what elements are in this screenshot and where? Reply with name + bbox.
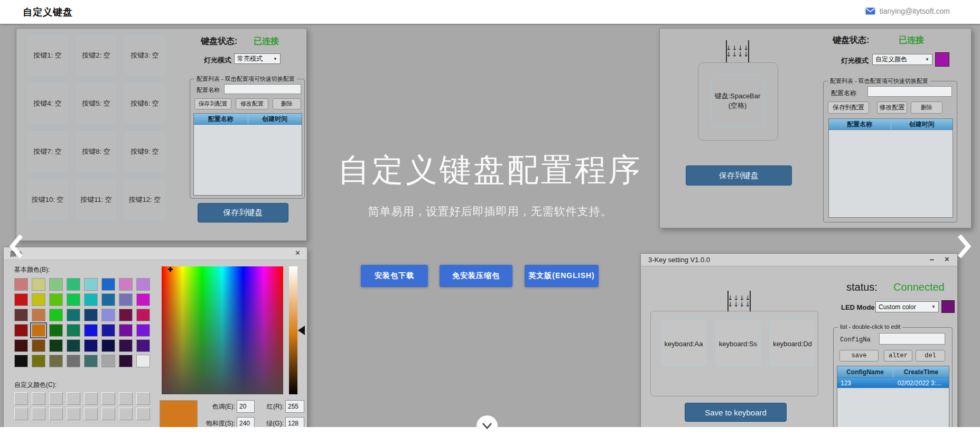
page: 自定义键盘 tianying@itytsoft.com 按键1: 空按键2: 空… (0, 0, 980, 435)
cable-arrows-icon: ↓↓↓↓ ↓↓↓↓ (726, 40, 749, 62)
color-swatch (84, 293, 98, 306)
color-swatch (32, 324, 45, 337)
download-installer-button[interactable]: 安装包下载 (361, 265, 428, 287)
custom-color-slot (67, 408, 80, 420)
color-swatch (101, 309, 115, 321)
color-swatch (136, 293, 150, 306)
window-title: 3-Key setting V1.0.0 (648, 256, 710, 264)
cell-create-time: 02/02/2022 3:... (895, 380, 949, 387)
spacebar-key-line1: 键盘:SpaceBar (715, 91, 761, 101)
carousel-next-button[interactable] (955, 233, 973, 260)
download-portable-button[interactable]: 免安装压缩包 (440, 265, 512, 287)
light-mode-dropdown: 自定义颜色 ▼ (872, 54, 932, 65)
custom-color-grid (14, 392, 150, 420)
field-value: 240 (237, 417, 255, 427)
led-mode-label: LED Mode (841, 303, 875, 311)
field-label: 色调(E): (200, 402, 235, 411)
key-button: keyboard:Dd (769, 319, 816, 368)
spacebar-key: 键盘:SpaceBar (空格) (711, 75, 764, 127)
color-swatch (49, 309, 63, 321)
col-create-time: CreateTIme (893, 366, 949, 377)
col-config-name: ConfigName (837, 366, 893, 377)
color-swatch (119, 324, 133, 337)
light-mode-label: 灯光模式 (204, 55, 231, 65)
color-swatch (84, 309, 98, 321)
color-swatch (119, 293, 133, 306)
key-button: 按键5: 空 (74, 82, 118, 125)
col-create-time: 创建时间 (891, 119, 953, 129)
top-navbar: 自定义键盘 tianying@itytsoft.com (0, 0, 980, 24)
color-swatch (14, 355, 28, 367)
led-color-swatch (935, 52, 949, 67)
save-config-button: save (839, 350, 879, 362)
color-swatch (101, 278, 115, 291)
custom-color-slot (49, 392, 63, 405)
custom-color-slot (119, 408, 133, 420)
caret-down-icon: ▼ (273, 57, 277, 61)
col-config-name: 配置名称 (194, 114, 248, 124)
alter-config-button: 修改配置 (877, 101, 907, 114)
save-config-button: 保存到配置 (828, 101, 869, 114)
led-mode-dropdown: Custom color ▼ (875, 301, 939, 312)
color-swatch (49, 339, 63, 352)
minimize-icon: – (930, 255, 934, 264)
table-row: 12302/02/2022 3:... (837, 378, 949, 388)
config-list-group: list - double-click to edit ConfigNa sav… (833, 327, 953, 427)
hero-title: 自定义键盘配置程序 (0, 149, 980, 192)
dialog-titlebar: 颜色 ✕ (4, 247, 307, 260)
delete-config-button: 删除 (911, 101, 942, 114)
cable-arrow-row: ↓↓↓↓ (727, 301, 751, 308)
color-swatch (32, 339, 45, 352)
custom-color-slot (84, 408, 98, 420)
custom-colors-label: 自定义颜色(C): (14, 381, 57, 390)
field-label: 绿(G): (256, 419, 284, 428)
color-swatch (84, 324, 98, 337)
field-value: 255 (285, 400, 304, 413)
color-swatch (14, 278, 28, 291)
config-name-label: 配置名称 (831, 89, 856, 98)
color-swatch (84, 355, 98, 367)
custom-color-slot (49, 408, 63, 420)
custom-color-slot (119, 392, 133, 405)
color-swatch (67, 309, 80, 321)
color-swatch (67, 324, 80, 337)
config-table-header: 配置名称 创建时间 (194, 114, 302, 125)
color-swatch (14, 293, 28, 306)
color-swatch (67, 355, 80, 367)
status-label: 键盘状态: (833, 35, 869, 46)
config-name-input (867, 86, 952, 97)
custom-color-slot (101, 408, 115, 420)
alter-config-button: alter (884, 350, 912, 362)
config-name-label: 配置名称 (197, 86, 220, 94)
light-mode-dropdown: 常亮模式 ▼ (234, 53, 281, 64)
contact-email-link[interactable]: tianying@itytsoft.com (865, 7, 950, 15)
carousel-prev-button[interactable] (7, 233, 25, 260)
hue-saturation-field (162, 266, 283, 394)
status-value: 已连接 (254, 36, 279, 47)
scroll-down-button[interactable] (477, 415, 498, 435)
next-arrow-icon (955, 233, 973, 260)
field-label: 红(R): (256, 402, 284, 411)
custom-color-slot (101, 392, 115, 405)
color-swatch (84, 278, 98, 291)
delete-config-button: del (916, 350, 945, 362)
english-version-button[interactable]: 英文版(ENGLISH) (525, 265, 599, 287)
status-value: 已连接 (899, 35, 924, 46)
config-group-title: 配置列表 - 双击配置项可快速切换配置 (194, 75, 297, 83)
custom-color-slot (136, 392, 150, 405)
color-swatch (136, 324, 150, 337)
screenshot-3key-window: 3-Key setting V1.0.0 – ✕ ↓↓↓↓ ↓↓↓↓ keybo… (640, 253, 958, 427)
key-grid-3: keyboard:Aakeyboard:Sskeyboard:Dd (660, 319, 816, 368)
crosshair-icon (168, 267, 173, 272)
luminance-bar (289, 266, 297, 394)
config-name-input (879, 333, 945, 345)
color-swatch (136, 355, 150, 367)
color-swatch (67, 339, 80, 352)
key-button: keyboard:Ss (714, 319, 762, 368)
color-swatch (14, 339, 28, 352)
save-to-keyboard-button: Save to keyboard (685, 403, 787, 422)
status-value: Connected (893, 281, 945, 293)
cable-arrows-icon: ↓↓↓↓ ↓↓↓↓ (727, 291, 751, 312)
key-button: 按键6: 空 (123, 82, 166, 125)
window-titlebar: 3-Key setting V1.0.0 – ✕ (641, 254, 957, 266)
